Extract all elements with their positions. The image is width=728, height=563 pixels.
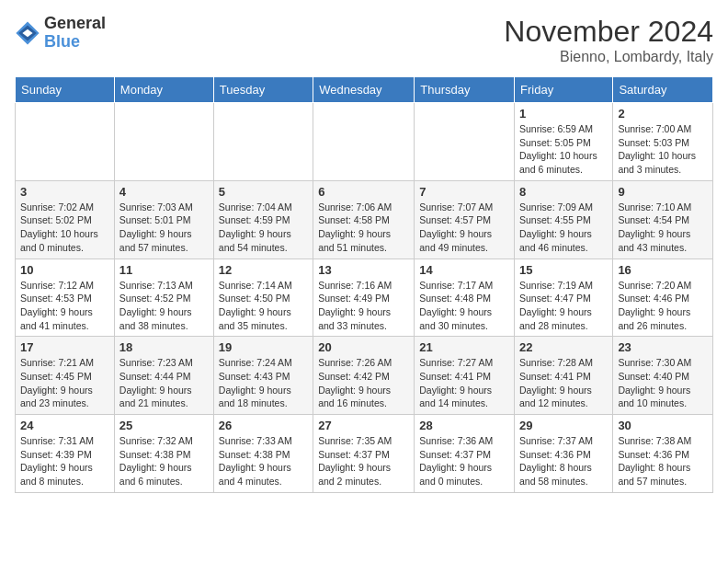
day-info: Sunrise: 7:13 AMSunset: 4:52 PMDaylight:…	[119, 279, 209, 333]
day-info: Sunrise: 7:38 AMSunset: 4:36 PMDaylight:…	[618, 434, 708, 488]
week-row-3: 10Sunrise: 7:12 AMSunset: 4:53 PMDayligh…	[16, 259, 713, 337]
day-info: Sunrise: 7:30 AMSunset: 4:40 PMDaylight:…	[618, 356, 708, 410]
day-number: 20	[318, 340, 409, 354]
day-cell: 29Sunrise: 7:37 AMSunset: 4:36 PMDayligh…	[515, 415, 613, 493]
day-info: Sunrise: 7:32 AMSunset: 4:38 PMDaylight:…	[119, 434, 209, 488]
col-header-thursday: Thursday	[415, 77, 515, 103]
day-info: Sunrise: 7:10 AMSunset: 4:54 PMDaylight:…	[618, 201, 708, 255]
day-cell: 5Sunrise: 7:04 AMSunset: 4:59 PMDaylight…	[213, 180, 313, 259]
day-cell: 21Sunrise: 7:27 AMSunset: 4:41 PMDayligh…	[415, 337, 515, 415]
day-number: 4	[119, 185, 209, 199]
week-row-1: 1Sunrise: 6:59 AMSunset: 5:05 PMDaylight…	[16, 103, 713, 181]
day-number: 15	[519, 263, 608, 277]
day-cell	[313, 103, 415, 181]
day-cell: 11Sunrise: 7:13 AMSunset: 4:52 PMDayligh…	[114, 259, 213, 337]
day-cell: 19Sunrise: 7:24 AMSunset: 4:43 PMDayligh…	[213, 337, 313, 415]
day-cell: 22Sunrise: 7:28 AMSunset: 4:41 PMDayligh…	[515, 337, 613, 415]
day-number: 8	[519, 185, 608, 199]
page-header: General Blue November 2024 Bienno, Lomba…	[15, 15, 713, 65]
logo-general-text: General	[44, 15, 106, 33]
day-cell: 14Sunrise: 7:17 AMSunset: 4:48 PMDayligh…	[415, 259, 515, 337]
day-cell: 18Sunrise: 7:23 AMSunset: 4:44 PMDayligh…	[114, 337, 213, 415]
day-info: Sunrise: 7:00 AMSunset: 5:03 PMDaylight:…	[618, 122, 708, 177]
logo-text: General Blue	[44, 15, 106, 52]
day-cell: 6Sunrise: 7:06 AMSunset: 4:58 PMDaylight…	[313, 180, 415, 259]
day-cell: 17Sunrise: 7:21 AMSunset: 4:45 PMDayligh…	[16, 337, 115, 415]
week-row-5: 24Sunrise: 7:31 AMSunset: 4:39 PMDayligh…	[16, 415, 713, 493]
day-cell: 1Sunrise: 6:59 AMSunset: 5:05 PMDaylight…	[515, 103, 613, 181]
day-number: 23	[618, 340, 708, 354]
calendar-body: 1Sunrise: 6:59 AMSunset: 5:05 PMDaylight…	[16, 103, 713, 493]
day-number: 14	[419, 263, 509, 277]
calendar-header: SundayMondayTuesdayWednesdayThursdayFrid…	[16, 77, 713, 103]
day-number: 16	[618, 263, 708, 277]
day-number: 10	[20, 263, 109, 277]
day-number: 2	[618, 107, 708, 121]
day-info: Sunrise: 7:27 AMSunset: 4:41 PMDaylight:…	[419, 356, 509, 410]
col-header-sunday: Sunday	[16, 77, 115, 103]
day-info: Sunrise: 7:24 AMSunset: 4:43 PMDaylight:…	[219, 356, 308, 410]
day-cell: 4Sunrise: 7:03 AMSunset: 5:01 PMDaylight…	[114, 180, 213, 259]
col-header-wednesday: Wednesday	[313, 77, 415, 103]
day-cell: 10Sunrise: 7:12 AMSunset: 4:53 PMDayligh…	[16, 259, 115, 337]
title-block: November 2024 Bienno, Lombardy, Italy	[504, 15, 713, 65]
day-cell: 9Sunrise: 7:10 AMSunset: 4:54 PMDaylight…	[613, 180, 713, 259]
day-cell: 15Sunrise: 7:19 AMSunset: 4:47 PMDayligh…	[515, 259, 613, 337]
day-number: 7	[419, 185, 509, 199]
day-cell: 28Sunrise: 7:36 AMSunset: 4:37 PMDayligh…	[415, 415, 515, 493]
day-cell: 27Sunrise: 7:35 AMSunset: 4:37 PMDayligh…	[313, 415, 415, 493]
day-number: 27	[318, 419, 409, 432]
day-info: Sunrise: 7:35 AMSunset: 4:37 PMDaylight:…	[318, 434, 409, 488]
day-number: 25	[119, 419, 209, 432]
day-number: 26	[219, 419, 308, 432]
day-cell: 24Sunrise: 7:31 AMSunset: 4:39 PMDayligh…	[16, 415, 115, 493]
day-number: 11	[119, 263, 209, 277]
day-number: 3	[20, 185, 109, 199]
week-row-4: 17Sunrise: 7:21 AMSunset: 4:45 PMDayligh…	[16, 337, 713, 415]
day-cell	[213, 103, 313, 181]
logo-blue-text: Blue	[44, 33, 106, 52]
day-cell: 7Sunrise: 7:07 AMSunset: 4:57 PMDaylight…	[415, 180, 515, 259]
day-cell: 23Sunrise: 7:30 AMSunset: 4:40 PMDayligh…	[613, 337, 713, 415]
day-cell: 30Sunrise: 7:38 AMSunset: 4:36 PMDayligh…	[613, 415, 713, 493]
col-header-saturday: Saturday	[613, 77, 713, 103]
header-row: SundayMondayTuesdayWednesdayThursdayFrid…	[16, 77, 713, 103]
day-number: 30	[618, 419, 708, 432]
day-info: Sunrise: 7:19 AMSunset: 4:47 PMDaylight:…	[519, 279, 608, 333]
day-info: Sunrise: 7:07 AMSunset: 4:57 PMDaylight:…	[419, 201, 509, 255]
day-info: Sunrise: 7:14 AMSunset: 4:50 PMDaylight:…	[219, 279, 308, 333]
day-info: Sunrise: 7:23 AMSunset: 4:44 PMDaylight:…	[119, 356, 209, 410]
location: Bienno, Lombardy, Italy	[504, 49, 713, 65]
day-info: Sunrise: 7:06 AMSunset: 4:58 PMDaylight:…	[318, 201, 409, 255]
day-info: Sunrise: 7:02 AMSunset: 5:02 PMDaylight:…	[20, 201, 109, 255]
day-info: Sunrise: 7:31 AMSunset: 4:39 PMDaylight:…	[20, 434, 109, 488]
day-info: Sunrise: 7:20 AMSunset: 4:46 PMDaylight:…	[618, 279, 708, 333]
day-info: Sunrise: 7:03 AMSunset: 5:01 PMDaylight:…	[119, 201, 209, 255]
logo-icon	[15, 20, 40, 46]
col-header-friday: Friday	[515, 77, 613, 103]
day-number: 18	[119, 340, 209, 354]
day-number: 21	[419, 340, 509, 354]
day-number: 1	[519, 107, 608, 121]
day-number: 12	[219, 263, 308, 277]
day-cell: 20Sunrise: 7:26 AMSunset: 4:42 PMDayligh…	[313, 337, 415, 415]
week-row-2: 3Sunrise: 7:02 AMSunset: 5:02 PMDaylight…	[16, 180, 713, 259]
day-info: Sunrise: 7:04 AMSunset: 4:59 PMDaylight:…	[219, 201, 308, 255]
day-number: 17	[20, 340, 109, 354]
day-number: 29	[519, 419, 608, 432]
col-header-monday: Monday	[114, 77, 213, 103]
day-info: Sunrise: 6:59 AMSunset: 5:05 PMDaylight:…	[519, 122, 608, 177]
day-cell: 26Sunrise: 7:33 AMSunset: 4:38 PMDayligh…	[213, 415, 313, 493]
col-header-tuesday: Tuesday	[213, 77, 313, 103]
day-number: 5	[219, 185, 308, 199]
day-number: 28	[419, 419, 509, 432]
day-info: Sunrise: 7:16 AMSunset: 4:49 PMDaylight:…	[318, 279, 409, 333]
day-info: Sunrise: 7:12 AMSunset: 4:53 PMDaylight:…	[20, 279, 109, 333]
day-info: Sunrise: 7:26 AMSunset: 4:42 PMDaylight:…	[318, 356, 409, 410]
day-cell: 25Sunrise: 7:32 AMSunset: 4:38 PMDayligh…	[114, 415, 213, 493]
day-info: Sunrise: 7:37 AMSunset: 4:36 PMDaylight:…	[519, 434, 608, 488]
day-info: Sunrise: 7:36 AMSunset: 4:37 PMDaylight:…	[419, 434, 509, 488]
day-cell: 8Sunrise: 7:09 AMSunset: 4:55 PMDaylight…	[515, 180, 613, 259]
month-title: November 2024	[504, 15, 713, 49]
day-cell: 2Sunrise: 7:00 AMSunset: 5:03 PMDaylight…	[613, 103, 713, 181]
